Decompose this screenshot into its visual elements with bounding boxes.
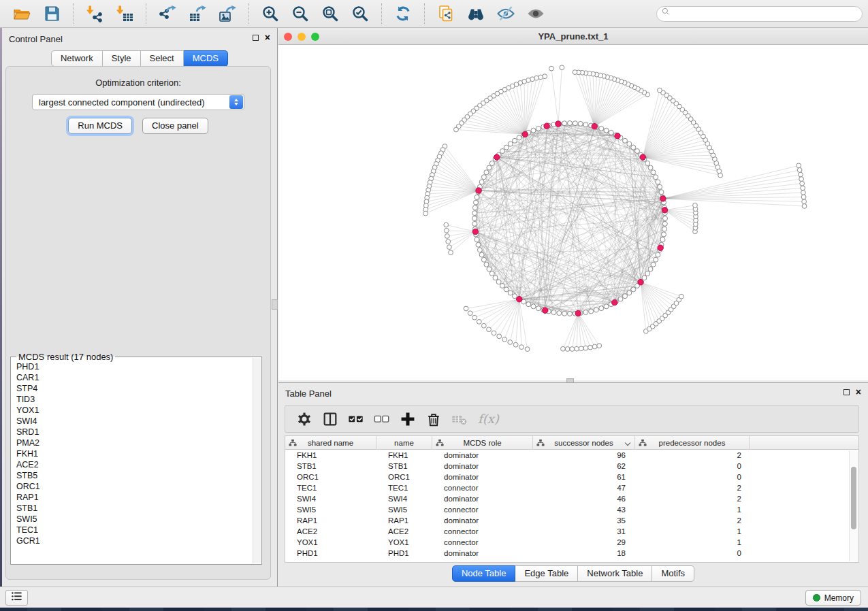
window-zoom-icon[interactable]: [311, 33, 319, 41]
table-row[interactable]: YOX1YOX1connector291: [285, 537, 858, 548]
mcds-node-item[interactable]: YOX1: [16, 405, 252, 416]
tab-network[interactable]: Network: [51, 50, 103, 67]
table-row[interactable]: FKH1FKH1dominator962: [285, 450, 858, 461]
cell-MCDS-role: dominator: [432, 493, 533, 504]
function-builder-icon: f(x): [478, 412, 499, 426]
mcds-node-item[interactable]: STB1: [16, 503, 252, 514]
hide-elements-icon[interactable]: [496, 4, 515, 23]
column-header-name[interactable]: name: [376, 436, 432, 450]
column-header-predecessor-nodes[interactable]: predecessor nodes: [635, 436, 750, 450]
table-body: FKH1FKH1dominator962STB1STB1dominator620…: [285, 450, 858, 559]
column-sort-chevron-icon[interactable]: [625, 440, 630, 446]
mcds-node-item[interactable]: STP4: [16, 383, 252, 394]
optimization-select[interactable]: largest connected component (undirected): [32, 94, 244, 110]
table-row[interactable]: SWI4SWI4dominator462: [285, 493, 858, 504]
float-panel-icon[interactable]: [253, 35, 259, 41]
zoom-selected-icon[interactable]: [351, 4, 370, 23]
mcds-node-item[interactable]: STB5: [16, 470, 252, 481]
toolbar-separator: [146, 3, 146, 24]
table-settings-icon[interactable]: [294, 410, 315, 428]
mcds-node-item[interactable]: SRD1: [16, 427, 252, 437]
window-close-icon[interactable]: [284, 33, 292, 41]
mcds-node-item[interactable]: PMA2: [16, 437, 252, 448]
memory-label: Memory: [824, 593, 854, 603]
zoom-fit-icon[interactable]: [321, 4, 340, 23]
list-icon: [11, 591, 23, 606]
table-scrollbar-thumb[interactable]: [851, 467, 856, 529]
mcds-node-item[interactable]: GCR1: [16, 535, 252, 546]
close-panel-icon[interactable]: ×: [265, 34, 270, 41]
delete-column-icon[interactable]: [423, 410, 444, 428]
toolbar-separator: [381, 3, 382, 24]
window-minimize-icon[interactable]: [298, 33, 306, 41]
table-row[interactable]: SWI5SWI5connector431: [285, 504, 858, 515]
tab-node-table[interactable]: Node Table: [452, 565, 516, 582]
zoom-out-icon[interactable]: [291, 4, 310, 23]
mcds-node-item[interactable]: TEC1: [16, 525, 252, 535]
export-network-icon[interactable]: [158, 4, 177, 23]
tab-network-table[interactable]: Network Table: [578, 565, 652, 582]
mcds-node-item[interactable]: ACE2: [16, 459, 252, 470]
network-window-title: YPA_prune.txt_1: [538, 31, 608, 42]
mcds-node-item[interactable]: SWI4: [16, 416, 252, 427]
add-column-icon[interactable]: [398, 410, 418, 428]
refresh-icon[interactable]: [393, 4, 413, 23]
mcds-node-item[interactable]: CAR1: [16, 372, 252, 383]
table-scrollbar[interactable]: [849, 450, 858, 561]
duplicate-network-icon[interactable]: [436, 4, 455, 23]
table-row[interactable]: ACE2ACE2connector311: [285, 526, 858, 537]
table-panel-title: Table Panel: [285, 389, 332, 399]
cell-shared-name: SWI5: [285, 504, 376, 515]
close-panel-button[interactable]: Close panel: [142, 118, 208, 134]
table-row[interactable]: TEC1TEC1connector472: [285, 482, 858, 493]
mcds-node-item[interactable]: TID3: [16, 394, 252, 405]
cell-predecessor-nodes: 2: [635, 482, 750, 493]
export-table-icon[interactable]: [188, 4, 207, 23]
import-table-icon[interactable]: [115, 4, 134, 23]
vertical-splitter-handle[interactable]: [272, 299, 278, 310]
cell-name: TEC1: [376, 482, 432, 493]
table-row[interactable]: PHD1PHD1dominator180: [285, 548, 858, 559]
zoom-in-icon[interactable]: [261, 4, 280, 23]
clear-all-checkboxes-icon[interactable]: [372, 410, 392, 428]
cell-successor-nodes: 35: [533, 515, 635, 526]
table-row[interactable]: RAP1RAP1dominator352: [285, 515, 858, 526]
mcds-node-item[interactable]: ORC1: [16, 481, 252, 492]
tab-motifs[interactable]: Motifs: [652, 565, 694, 582]
tab-select[interactable]: Select: [141, 50, 184, 67]
search-input[interactable]: [656, 6, 863, 22]
column-header-successor-nodes[interactable]: successor nodes: [533, 436, 635, 450]
mcds-node-item[interactable]: PHD1: [16, 361, 252, 372]
cell-shared-name: FKH1: [285, 450, 376, 461]
cell-successor-nodes: 29: [533, 537, 635, 548]
column-header-shared-name[interactable]: shared name: [285, 436, 376, 450]
toggle-columns-icon[interactable]: [320, 410, 340, 428]
mcds-node-item[interactable]: RAP1: [16, 492, 252, 503]
export-image-icon[interactable]: [218, 4, 237, 23]
table-tabs: Node TableEdge TableNetwork TableMotifs: [278, 565, 868, 582]
memory-button[interactable]: Memory: [805, 590, 861, 606]
mcds-node-item[interactable]: FKH1: [16, 448, 252, 459]
table-row[interactable]: ORC1ORC1dominator610: [285, 472, 858, 482]
tab-edge-table[interactable]: Edge Table: [515, 565, 578, 582]
application-window: Control Panel × NetworkStyleSelectMCDS O…: [0, 0, 868, 611]
open-file-icon[interactable]: [12, 4, 31, 23]
close-table-panel-icon[interactable]: ×: [856, 389, 861, 395]
run-mcds-button[interactable]: Run MCDS: [68, 118, 132, 134]
table-row[interactable]: STB1STB1dominator620: [285, 461, 858, 472]
network-canvas[interactable]: [278, 45, 868, 380]
save-session-icon[interactable]: [42, 4, 61, 23]
float-table-panel-icon[interactable]: [843, 389, 850, 395]
mcds-list-scrollbar[interactable]: [253, 358, 261, 563]
tab-mcds[interactable]: MCDS: [184, 50, 228, 67]
import-network-icon[interactable]: [85, 4, 104, 23]
mcds-node-item[interactable]: SWI5: [16, 514, 252, 525]
cell-successor-nodes: 47: [533, 482, 635, 493]
select-all-checkboxes-icon[interactable]: [346, 410, 366, 428]
binoculars-icon[interactable]: [466, 4, 485, 23]
task-history-button[interactable]: [5, 590, 28, 606]
tab-style[interactable]: Style: [103, 50, 141, 67]
network-window-titlebar[interactable]: YPA_prune.txt_1: [278, 28, 868, 45]
column-header-MCDS-role[interactable]: MCDS role: [432, 436, 533, 450]
cell-name: RAP1: [376, 515, 432, 526]
